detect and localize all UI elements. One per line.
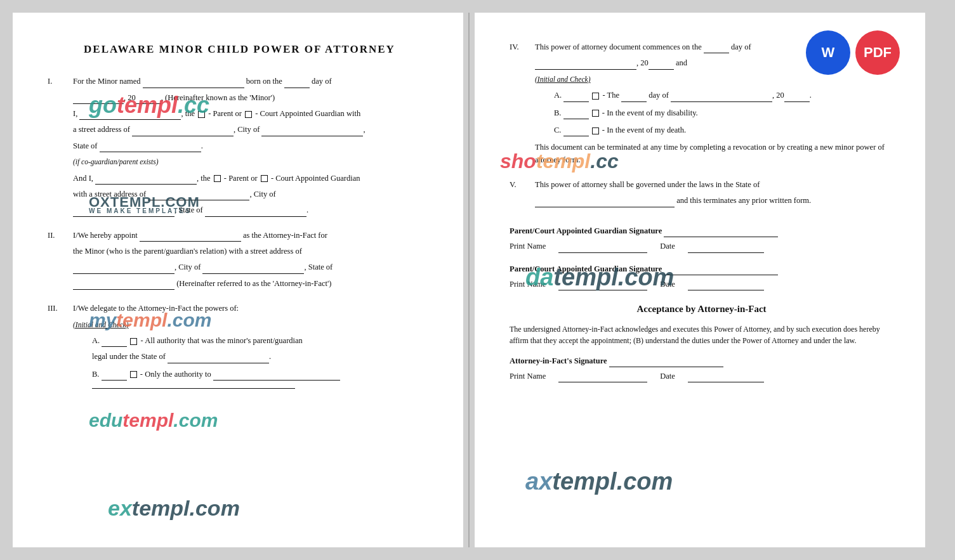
- attorney-date-line: [688, 375, 764, 383]
- sig1-row: Print Name Date: [510, 240, 893, 252]
- section-iii-line1: I/We delegate to the Attorney-in-Fact th…: [73, 303, 431, 315]
- initial-a-field: [102, 339, 127, 348]
- section-iii-sub-b: B. - Only the authority to: [92, 368, 431, 389]
- section-iv-term-note: This document can be terminated at any t…: [535, 141, 893, 166]
- acceptance-title: Acceptance by Attorney-in-Fact: [510, 302, 893, 316]
- section-i-line8: , State of .: [73, 204, 431, 216]
- checkbox-court2: [261, 175, 268, 182]
- section-i-coguardian-note: (if co-guardian/parent exists): [73, 156, 431, 168]
- sig2-date-line: [688, 283, 764, 291]
- checkbox-court: [245, 111, 252, 118]
- co-address-field: [148, 193, 249, 201]
- sig2-print-label: Print Name: [510, 278, 546, 290]
- sig-block-2: Parent/Court Appointed Guardian Signatur…: [510, 263, 893, 291]
- section-i-line3: I, , the - Parent or - Court Appointed G…: [73, 108, 431, 120]
- end-year: [784, 94, 810, 102]
- sig1-date-line: [688, 245, 764, 253]
- sig1-line: [664, 230, 778, 238]
- checkbox-parent: [198, 111, 205, 118]
- initial-iv-c: [563, 129, 589, 137]
- sig2-line: [664, 267, 778, 275]
- checkbox-iv-c: [592, 127, 599, 134]
- pages-container: gotempl.cc OXTEMPL.COM WE MAKE TEMPLATES…: [13, 13, 942, 547]
- section-ii: II. I/We hereby appoint as the Attorney-…: [48, 230, 431, 294]
- section-i: I. For the Minor named born on the day o…: [48, 75, 431, 220]
- section-num-v: V.: [510, 179, 535, 191]
- section-iv-sub-b: B. - In the event of my disability.: [554, 107, 893, 119]
- section-num-iii: III.: [48, 303, 73, 315]
- authority-field: [213, 373, 340, 381]
- section-content-ii: I/We hereby appoint as the Attorney-in-F…: [73, 230, 431, 294]
- sig-block-1: Parent/Court Appointed Guardian Signatur…: [510, 225, 893, 253]
- checkbox-b: [130, 371, 137, 378]
- born-year-field: [136, 96, 161, 105]
- section-content-i: For the Minor named born on the day of ,…: [73, 75, 431, 220]
- attorney-sig-block: Attorney-in-Fact's Signature Print Name …: [510, 355, 893, 383]
- born-month-field: [73, 96, 124, 105]
- sig1-print-line: [558, 245, 647, 253]
- attorney-address-field: [73, 266, 175, 274]
- section-ii-line1: I/We hereby appoint as the Attorney-in-F…: [73, 230, 431, 242]
- section-i-line6: And I, , the - Parent or - Court Appoint…: [73, 173, 431, 185]
- sig2-print-line: [558, 283, 647, 291]
- checkbox-a: [130, 338, 137, 345]
- section-i-line2: , 20, (Hereinafter known as the 'Minor'): [73, 92, 431, 104]
- born-day-field: [284, 80, 310, 88]
- section-num-i: I.: [48, 75, 73, 88]
- section-iii-sub-a: A. - All authority that was the minor's …: [92, 335, 431, 363]
- underline-bar-b: [92, 388, 295, 389]
- attorney-sig-row: Print Name Date: [510, 370, 893, 382]
- co-guardian-name-field: [95, 176, 197, 185]
- initial-b-field: [102, 373, 127, 381]
- section-iii-init-note: (Initial and Check): [73, 319, 431, 331]
- section-ii-line2: the Minor (who is the parent/guardian's …: [73, 245, 431, 257]
- watermark-edutempl: edutempl.com: [89, 406, 218, 436]
- section-i-line1: For the Minor named born on the day of: [73, 75, 431, 88]
- section-iii-sub-b-line1: B. - Only the authority to: [92, 368, 431, 381]
- section-content-v: This power of attorney shall be governed…: [535, 179, 893, 211]
- section-v-line2: and this terminates any prior written fo…: [535, 195, 893, 207]
- state-field: [100, 145, 201, 153]
- attorney-city-field: [202, 266, 304, 274]
- commence-month: [535, 62, 636, 70]
- end-month: [671, 94, 772, 102]
- section-num-iv: IV.: [510, 41, 535, 53]
- badge-pdf: PDF: [855, 30, 900, 75]
- attorney-date-label: Date: [660, 370, 675, 382]
- initial-iv-a: [563, 94, 589, 102]
- section-ii-line4: (Hereinafter referred to as the 'Attorne…: [73, 278, 431, 290]
- co-city-field: [73, 209, 175, 217]
- sig1-date-label: Date: [660, 240, 675, 252]
- page-divider: [468, 13, 470, 547]
- section-iii-sub-a-line2: legal under the State of .: [92, 351, 431, 363]
- page-title: DELAWARE MINOR CHILD POWER OF ATTORNEY: [48, 41, 431, 58]
- guardian-name-field: [79, 112, 181, 120]
- state-authority-field: [168, 355, 269, 363]
- right-page: W PDF shotempl.cc datempl.com axtempl.co…: [475, 13, 925, 547]
- address-field: [132, 128, 234, 136]
- badge-container: W PDF: [806, 30, 900, 75]
- section-i-line5: State of .: [73, 140, 431, 152]
- attorney-sig-label: Attorney-in-Fact's Signature: [510, 355, 893, 367]
- section-content-iii: I/We delegate to the Attorney-in-Fact th…: [73, 303, 431, 394]
- section-iv-sub-c: C. - In the event of my death.: [554, 124, 893, 136]
- section-iv-sub-a: A. - The day of , 20.: [554, 89, 893, 101]
- checkbox-iv-b: [592, 110, 599, 117]
- attorney-name-field: [140, 234, 241, 242]
- section-i-line4: a street address of , City of ,: [73, 124, 431, 136]
- checkbox-iv-a: [592, 93, 599, 100]
- signatures-container: Parent/Court Appointed Guardian Signatur…: [510, 225, 893, 383]
- attorney-sig-line: [609, 359, 723, 367]
- governing-state: [535, 199, 675, 207]
- initial-iv-b: [563, 111, 589, 119]
- acceptance-text: The undersigned Attorney-in-Fact acknowl…: [510, 323, 893, 346]
- attorney-state-field: [73, 282, 175, 290]
- sig2-date-label: Date: [660, 278, 675, 290]
- attorney-print-line: [558, 375, 647, 383]
- sig2-label: Parent/Court Appointed Guardian Signatur…: [510, 263, 893, 275]
- section-num-ii: II.: [48, 230, 73, 242]
- section-v: V. This power of attorney shall be gover…: [510, 179, 893, 211]
- watermark-axtempl: axtempl.com: [525, 463, 673, 500]
- city-field: [261, 128, 363, 136]
- badge-word: W: [806, 30, 850, 75]
